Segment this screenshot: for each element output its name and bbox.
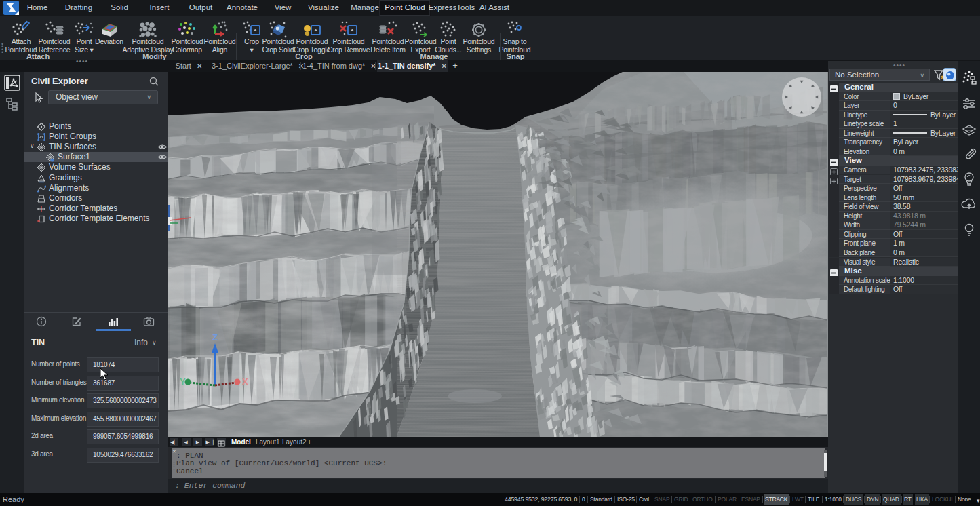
- svg-text:Z: Z: [212, 332, 218, 343]
- svg-text:X: X: [242, 376, 248, 387]
- svg-text:Y: Y: [180, 376, 186, 387]
